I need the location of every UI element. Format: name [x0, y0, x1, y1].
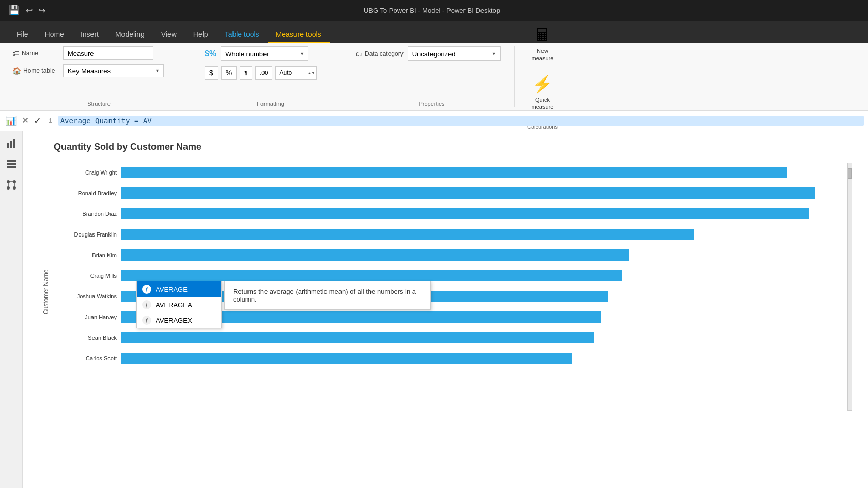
- panel-icon-model[interactable]: [3, 177, 20, 193]
- ac-item-averagex[interactable]: ƒ AVERAGEX: [137, 312, 221, 328]
- chart-area: Quantity Sold by Customer Name Customer …: [23, 131, 868, 488]
- tab-table-tools[interactable]: Table tools: [216, 26, 268, 43]
- formula-input[interactable]: [58, 116, 864, 126]
- panel-icon-table[interactable]: [3, 156, 20, 172]
- quick-measure-label: Quick measure: [532, 96, 554, 111]
- format-top: $% Whole number: [205, 46, 308, 61]
- formula-bar-chart-icon: 📊: [4, 114, 18, 128]
- bar-label: Juan Harvey: [50, 314, 117, 320]
- bar-fill[interactable]: [121, 249, 629, 261]
- redo-icon[interactable]: ↪: [39, 6, 45, 15]
- home-table-row: 🏠 Home table Key Measures: [12, 64, 164, 77]
- bar-track: [121, 353, 837, 364]
- tab-measure-tools[interactable]: Measure tools: [268, 26, 330, 43]
- name-input[interactable]: [63, 46, 153, 60]
- svg-rect-2: [13, 139, 15, 148]
- commit-formula-button[interactable]: ✓: [33, 114, 42, 128]
- tab-file[interactable]: File: [8, 26, 37, 43]
- data-category-dropdown[interactable]: Uncategorized: [408, 46, 501, 61]
- name-label: 🏷 Name: [12, 49, 59, 57]
- bar-track: [121, 187, 837, 199]
- bar-label: Craig Mills: [50, 273, 117, 279]
- dollar-button[interactable]: $: [205, 66, 218, 80]
- tab-modeling[interactable]: Modeling: [107, 26, 153, 43]
- home-table-dropdown[interactable]: Key Measures: [63, 64, 164, 77]
- properties-section: 🗂 Data category Uncategorized Properties: [349, 46, 515, 107]
- bar-row: Carlos Scott: [50, 349, 837, 368]
- title-icons: 💾 ↩ ↪: [8, 5, 45, 16]
- calculations-section: 🖩 New measure ⚡ Quick measure Calculatio…: [521, 46, 564, 107]
- svg-rect-0: [7, 143, 9, 148]
- new-measure-button[interactable]: 🖩 New measure: [528, 24, 558, 64]
- formatting-section: $% Whole number $ % ¶ .00 Auto Formattin…: [198, 46, 343, 107]
- bar-row: Ronald Bradley: [50, 183, 837, 203]
- undo-icon[interactable]: ↩: [26, 6, 33, 15]
- ac-icon-average: ƒ: [142, 285, 151, 294]
- cancel-formula-button[interactable]: ✕: [21, 115, 29, 127]
- bar-row: Sean Black: [50, 328, 837, 348]
- bar-track: [121, 229, 837, 240]
- formula-area: 📊 ✕ ✓ 1: [0, 111, 868, 131]
- bar-fill[interactable]: [121, 332, 594, 343]
- bar-fill[interactable]: [121, 187, 815, 199]
- format-dropdown-wrapper: Whole number: [221, 46, 308, 61]
- format-type-dropdown[interactable]: Whole number: [221, 46, 308, 61]
- bar-row: Brian Kim: [50, 245, 837, 265]
- tab-help[interactable]: Help: [185, 26, 216, 43]
- quick-measure-icon: ⚡: [532, 74, 553, 94]
- data-category-label: 🗂 Data category: [355, 50, 404, 58]
- bar-label: Ronald Bradley: [50, 190, 117, 196]
- window-title: UBG To Power BI - Model - Power BI Deskt…: [364, 7, 500, 14]
- ribbon-toolbar: 🏷 Name 🏠 Home table Key Measures Structu…: [0, 43, 868, 111]
- svg-rect-4: [7, 163, 16, 165]
- auto-dropdown-wrapper: Auto: [275, 66, 317, 80]
- new-measure-label: New measure: [532, 47, 554, 62]
- save-icon[interactable]: 💾: [8, 5, 20, 16]
- ac-item-averagea[interactable]: ƒ AVERAGEA: [137, 297, 221, 312]
- quick-measure-button[interactable]: ⚡ Quick measure: [528, 72, 558, 113]
- scrollbar-thumb[interactable]: [848, 168, 852, 179]
- auto-dropdown[interactable]: Auto: [275, 66, 317, 80]
- bar-row: Douglas Franklin: [50, 225, 837, 244]
- tab-view[interactable]: View: [153, 26, 185, 43]
- svg-rect-1: [10, 141, 12, 148]
- comma-button[interactable]: ¶: [240, 66, 252, 80]
- bar-track: [121, 311, 837, 323]
- structure-section: 🏷 Name 🏠 Home table Key Measures Structu…: [6, 46, 192, 107]
- autocomplete-dropdown: ƒ AVERAGE ƒ AVERAGEA ƒ AVERAGEX: [136, 281, 222, 328]
- decimal-button[interactable]: .00: [255, 66, 272, 80]
- bar-fill[interactable]: [121, 208, 809, 219]
- bar-fill[interactable]: [121, 270, 622, 281]
- title-bar: 💾 ↩ ↪ UBG To Power BI - Model - Power BI…: [0, 0, 868, 21]
- tooltip-text: Returns the average (arithmetic mean) of…: [233, 288, 416, 303]
- formatting-label: Formatting: [257, 99, 284, 107]
- new-measure-icon: 🖩: [534, 26, 551, 45]
- bar-label: Carlos Scott: [50, 355, 117, 361]
- left-panel: [0, 131, 23, 488]
- dollar-sign-icon: $%: [205, 49, 216, 58]
- bar-fill[interactable]: [121, 353, 572, 364]
- properties-label: Properties: [419, 99, 444, 107]
- bar-fill[interactable]: [121, 167, 787, 178]
- bar-track: [121, 270, 837, 281]
- home-icon: 🏠: [12, 67, 21, 75]
- home-table-label: 🏠 Home table: [12, 67, 59, 75]
- ac-item-average[interactable]: ƒ AVERAGE: [137, 281, 221, 297]
- formula-icons: 📊 ✕ ✓: [4, 114, 42, 128]
- data-category-dropdown-wrapper: Uncategorized: [408, 46, 501, 61]
- category-icon: 🗂: [355, 50, 363, 58]
- svg-rect-3: [7, 160, 16, 162]
- data-category-row: 🗂 Data category Uncategorized: [355, 46, 501, 61]
- ac-label-averagex: AVERAGEX: [156, 317, 192, 324]
- panel-icon-chart[interactable]: [3, 135, 20, 152]
- tab-home[interactable]: Home: [37, 26, 72, 43]
- structure-label: Structure: [87, 99, 111, 107]
- bar-track: [121, 167, 837, 178]
- tab-insert[interactable]: Insert: [72, 26, 107, 43]
- formula-line-number: 1: [47, 117, 54, 124]
- scrollbar-track[interactable]: [847, 163, 853, 411]
- ac-label-average: AVERAGE: [156, 286, 188, 293]
- bar-fill[interactable]: [121, 229, 694, 240]
- ac-icon-averagex: ƒ: [142, 316, 151, 325]
- percent-button[interactable]: %: [221, 66, 237, 80]
